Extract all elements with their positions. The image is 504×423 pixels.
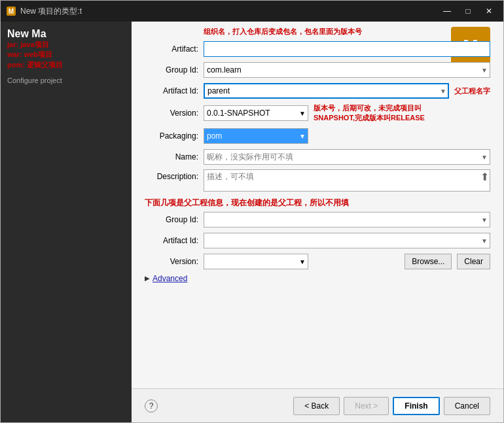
artifact-id-row: Artifact Id: ▼ 父工程名字 <box>145 82 490 99</box>
parent-group-id-row: Group Id: ▼ <box>145 211 490 228</box>
version-controls: 0.0.1-SNAPSHOT ▼ 版本号，后期可改，未完成项目叫SNAPSHOT… <box>204 103 490 124</box>
packaging-row: Packaging: pom ▼ <box>145 127 490 144</box>
nav-buttons: < Back Next > Finish Cancel <box>293 397 490 415</box>
parent-artifact-id-wrap: ▼ <box>204 233 490 248</box>
artifact-row: Artifact: <box>145 41 490 58</box>
artifact-annotation: 父工程名字 <box>454 86 490 96</box>
name-input[interactable] <box>204 149 490 165</box>
wizard-subtitle: Configure project <box>7 76 125 84</box>
artifact-input[interactable] <box>204 41 490 57</box>
description-row: Description: ⬆ <box>145 169 490 194</box>
artifact-id-input[interactable] <box>204 83 449 99</box>
left-panel: New Ma jar: java项目 war: web项目 pom: 逻辑父项目… <box>1 22 132 422</box>
group-annotation: 组织名，打入仓库后变成包名，包名里面为版本号 <box>204 27 490 37</box>
version-row: Version: 0.0.1-SNAPSHOT ▼ 版本号，后期可改，未完成项目… <box>145 103 490 124</box>
right-panel: M 组织名，打入仓库后变成包名，包名里面为版本号 Artifact: Group… <box>132 22 503 422</box>
group-id-label: Group Id: <box>145 65 204 75</box>
name-row: Name: ▼ <box>145 148 490 165</box>
window-controls: — □ ✕ <box>438 5 498 18</box>
parent-artifact-id-label: Artifact Id: <box>145 236 204 245</box>
parent-version-row: Version: ▼ Browse... Clear <box>145 253 490 270</box>
main-content: New Ma jar: java项目 war: web项目 pom: 逻辑父项目… <box>1 22 503 422</box>
artifact-id-input-wrap: ▼ <box>204 83 449 99</box>
minimize-button[interactable]: — <box>438 5 456 18</box>
browse-button[interactable]: Browse... <box>405 254 452 269</box>
version-label: Version: <box>145 109 204 118</box>
packaging-select-wrap: pom ▼ <box>204 128 308 144</box>
artifact-label: Artifact: <box>145 44 204 54</box>
cancel-button[interactable]: Cancel <box>444 397 490 415</box>
version-annotation: 版本号，后期可改，未完成项目叫SNAPSHOT,完成版本叫RELEASE <box>314 103 425 124</box>
name-input-wrap: ▼ <box>204 149 490 165</box>
parent-version-select[interactable] <box>204 254 308 269</box>
packaging-label: Packaging: <box>145 131 204 141</box>
parent-artifact-id-dropdown-icon: ▼ <box>481 237 488 244</box>
parent-group-id-label: Group Id: <box>145 215 204 224</box>
parent-group-id-dropdown-icon: ▼ <box>481 216 488 223</box>
clear-button[interactable]: Clear <box>457 254 490 269</box>
svg-text:M: M <box>9 8 14 15</box>
maximize-button[interactable]: □ <box>459 5 477 18</box>
parent-annotation: 下面几项是父工程信息，现在创建的是父工程，所以不用填 <box>145 198 349 207</box>
parent-group-id-input[interactable] <box>204 212 490 228</box>
parent-version-controls: ▼ Browse... Clear <box>204 254 490 269</box>
parent-artifact-id-row: Artifact Id: ▼ <box>145 232 490 249</box>
group-id-dropdown-icon: ▼ <box>481 67 488 74</box>
close-button[interactable]: ✕ <box>480 5 498 18</box>
wizard-title: New Ma jar: java项目 war: web项目 pom: 逻辑父项目 <box>7 28 125 70</box>
finish-button[interactable]: Finish <box>393 397 439 415</box>
artifact-id-dropdown-icon: ▼ <box>440 88 446 95</box>
next-button[interactable]: Next > <box>344 397 389 415</box>
back-button[interactable]: < Back <box>293 397 340 415</box>
advanced-arrow-icon: ▶ <box>145 275 150 282</box>
name-dropdown-icon: ▼ <box>481 153 488 160</box>
parent-artifact-id-input[interactable] <box>204 233 490 248</box>
description-scroll-icon: ⬆ <box>480 171 489 183</box>
parent-project-section: 下面几项是父工程信息，现在创建的是父工程，所以不用填 <box>145 197 490 209</box>
version-select[interactable]: 0.0.1-SNAPSHOT <box>204 105 308 121</box>
description-label: Description: <box>145 169 204 181</box>
advanced-label[interactable]: Advanced <box>153 274 187 283</box>
bottom-bar: ? < Back Next > Finish Cancel <box>132 388 503 422</box>
annotation-types: jar: java项目 war: web项目 pom: 逻辑父项目 <box>7 40 125 70</box>
form-area: 组织名，打入仓库后变成包名，包名里面为版本号 Artifact: Group I… <box>132 22 503 388</box>
window-title: New 项目的类型:t <box>20 6 438 17</box>
group-id-input[interactable] <box>204 62 490 78</box>
help-button[interactable]: ? <box>145 399 158 413</box>
group-id-row: Group Id: ▼ <box>145 61 490 78</box>
parent-version-select-wrap: ▼ <box>204 254 308 269</box>
main-window: M New 项目的类型:t — □ ✕ New Ma jar: java项目 w… <box>0 0 504 423</box>
version-select-wrap: 0.0.1-SNAPSHOT ▼ <box>204 105 308 121</box>
group-id-input-wrap: ▼ <box>204 62 490 78</box>
advanced-row[interactable]: ▶ Advanced <box>145 274 490 283</box>
description-input[interactable] <box>204 169 490 192</box>
artifact-id-label: Artifact Id: <box>145 86 204 95</box>
help-icon: ? <box>149 401 154 411</box>
parent-group-id-wrap: ▼ <box>204 212 490 228</box>
packaging-select[interactable]: pom <box>204 128 308 144</box>
title-bar: M New 项目的类型:t — □ ✕ <box>1 1 503 22</box>
name-label: Name: <box>145 152 204 161</box>
window-icon: M <box>6 6 16 16</box>
parent-version-label: Version: <box>145 257 204 266</box>
description-wrap: ⬆ <box>204 169 490 194</box>
